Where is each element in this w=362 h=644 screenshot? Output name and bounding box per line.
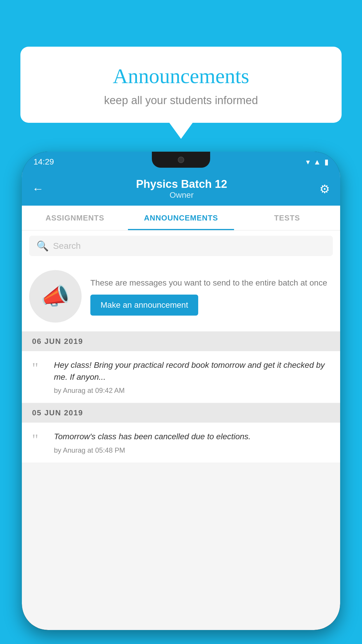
date-separator-1: 06 JUN 2019 — [22, 332, 340, 351]
header-title: Physics Batch 12 — [136, 178, 227, 190]
announcement-meta-2: by Anurag at 05:48 PM — [54, 446, 251, 454]
phone-mockup: 14:29 ▾ ▲ ▮ ← Physics Batch 12 Owner — [22, 152, 340, 644]
search-placeholder: Search — [53, 241, 81, 251]
announcement-item-1[interactable]: " Hey class! Bring your practical record… — [22, 351, 340, 403]
promo-section: 📣 These are messages you want to send to… — [22, 261, 340, 332]
quote-icon-2: " — [32, 432, 47, 447]
tabs-bar: ASSIGNMENTS ANNOUNCEMENTS TESTS — [22, 206, 340, 230]
search-bar[interactable]: 🔍 Search — [29, 236, 333, 256]
speech-bubble-arrow — [169, 123, 193, 139]
megaphone-icon: 📣 — [41, 283, 70, 310]
announcement-item-2[interactable]: " Tomorrow's class has been cancelled du… — [22, 423, 340, 463]
back-button[interactable]: ← — [32, 182, 44, 195]
speech-bubble-subtitle: keep all your students informed — [38, 94, 324, 107]
tab-tests[interactable]: TESTS — [234, 206, 340, 230]
speech-bubble-section: Announcements keep all your students inf… — [20, 47, 342, 139]
announcement-content-1: Hey class! Bring your practical record b… — [54, 359, 330, 395]
tab-announcements[interactable]: ANNOUNCEMENTS — [128, 206, 234, 230]
signal-icon: ▲ — [313, 158, 321, 167]
header-title-group: Physics Batch 12 Owner — [136, 178, 227, 200]
settings-icon[interactable]: ⚙ — [319, 182, 330, 196]
promo-description: These are messages you want to send to t… — [90, 277, 333, 288]
phone-inner: ← Physics Batch 12 Owner ⚙ ASSIGNMENTS A… — [22, 172, 340, 630]
phone-notch — [152, 152, 210, 168]
date-separator-2: 05 JUN 2019 — [22, 403, 340, 423]
status-bar: 14:29 ▾ ▲ ▮ — [22, 152, 340, 172]
search-icon: 🔍 — [36, 240, 49, 252]
announcement-content-2: Tomorrow's class has been cancelled due … — [54, 431, 251, 454]
announcement-text-2: Tomorrow's class has been cancelled due … — [54, 431, 251, 443]
announcement-meta-1: by Anurag at 09:42 AM — [54, 386, 330, 395]
status-time: 14:29 — [34, 157, 54, 167]
promo-icon-circle: 📣 — [29, 270, 82, 323]
status-icons: ▾ ▲ ▮ — [306, 158, 328, 167]
speech-bubble-card: Announcements keep all your students inf… — [20, 47, 342, 123]
battery-icon: ▮ — [324, 158, 328, 167]
speech-bubble-title: Announcements — [38, 64, 324, 88]
phone-screen: ← Physics Batch 12 Owner ⚙ ASSIGNMENTS A… — [22, 172, 340, 630]
phone-camera — [178, 157, 184, 163]
announcement-text-1: Hey class! Bring your practical record b… — [54, 359, 330, 383]
promo-content: These are messages you want to send to t… — [90, 277, 333, 315]
search-bar-container: 🔍 Search — [22, 230, 340, 261]
app-header: ← Physics Batch 12 Owner ⚙ — [22, 172, 340, 206]
tab-assignments[interactable]: ASSIGNMENTS — [22, 206, 128, 230]
header-subtitle: Owner — [136, 190, 227, 200]
quote-icon-1: " — [32, 361, 47, 376]
make-announcement-button[interactable]: Make an announcement — [90, 295, 198, 316]
wifi-icon: ▾ — [306, 158, 310, 167]
phone-frame: 14:29 ▾ ▲ ▮ ← Physics Batch 12 Owner — [22, 152, 340, 630]
